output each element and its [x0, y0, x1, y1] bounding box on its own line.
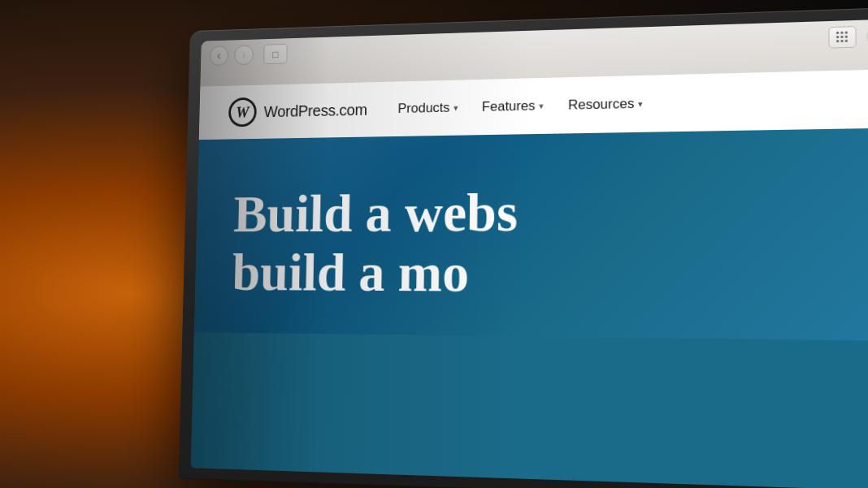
sidebar-icon: □	[272, 48, 278, 59]
hero-section: Build a webs build a mo	[194, 127, 868, 340]
grid-icon	[836, 32, 848, 44]
back-button[interactable]: ‹	[210, 45, 229, 66]
features-label: Features	[482, 98, 536, 115]
wordpress-nav-links: Products ▾ Features ▾ Resources ▾	[397, 96, 643, 117]
back-icon: ‹	[217, 49, 221, 63]
nav-item-products[interactable]: Products ▾	[397, 100, 458, 117]
hero-title: Build a webs build a mo	[232, 179, 859, 305]
forward-icon: ›	[241, 48, 245, 62]
products-chevron-icon: ▾	[454, 102, 458, 113]
forward-button[interactable]: ›	[234, 45, 254, 65]
scene: ‹ › □	[0, 0, 868, 488]
wordpress-logo[interactable]: W WordPress.com	[228, 95, 367, 127]
website-content: W WordPress.com Products ▾ Featu	[191, 69, 868, 488]
browser-top-bar: ‹ › □	[201, 19, 868, 71]
laptop-wrapper: ‹ › □	[163, 16, 868, 488]
hero-line-1: Build a webs	[233, 179, 859, 243]
laptop-perspective: ‹ › □	[179, 6, 868, 488]
products-label: Products	[397, 100, 449, 117]
nav-item-resources[interactable]: Resources ▾	[568, 96, 644, 114]
tab-overview-button[interactable]	[828, 26, 856, 49]
wordpress-logo-icon: W	[228, 97, 257, 127]
screen-area: ‹ › □	[191, 19, 868, 488]
features-chevron-icon: ▾	[539, 101, 544, 111]
laptop-body: ‹ › □	[179, 6, 868, 488]
nav-item-features[interactable]: Features ▾	[482, 98, 544, 115]
resources-label: Resources	[568, 96, 635, 114]
wordpress-logo-text: WordPress.com	[263, 101, 367, 121]
sidebar-toggle-button[interactable]: □	[263, 44, 288, 64]
hero-line-2: build a mo	[232, 242, 859, 305]
resources-chevron-icon: ▾	[638, 98, 643, 109]
